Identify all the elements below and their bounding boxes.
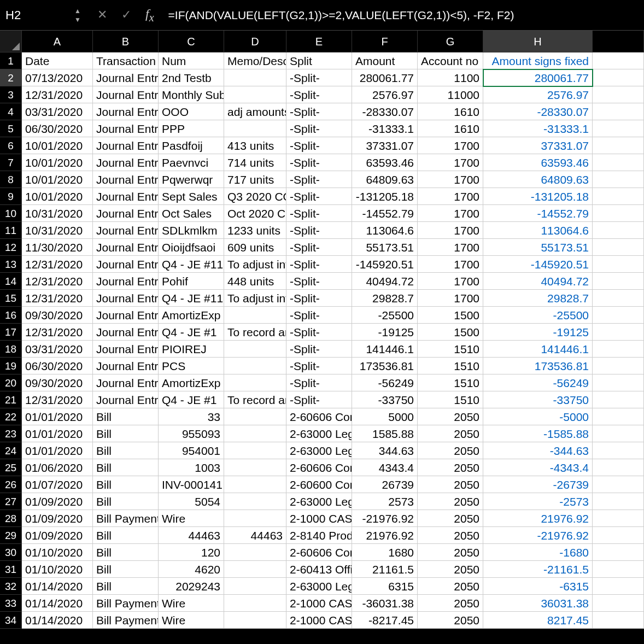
- cell-A9[interactable]: 10/01/2020: [22, 188, 93, 205]
- cell-B19[interactable]: Journal Entry: [93, 358, 159, 374]
- cell-C6[interactable]: Pasdfoij: [159, 137, 224, 154]
- cell-E10[interactable]: -Split-: [286, 205, 352, 222]
- cell-H13[interactable]: -145920.51: [483, 256, 593, 273]
- col-header-D[interactable]: D: [224, 31, 286, 52]
- row-header-20[interactable]: 20: [0, 374, 22, 391]
- fx-icon[interactable]: fx: [145, 7, 154, 24]
- cell-D27[interactable]: [224, 493, 286, 510]
- cell-G28[interactable]: 2050: [418, 510, 483, 527]
- cell-E8[interactable]: -Split-: [286, 171, 352, 188]
- cell-E5[interactable]: -Split-: [286, 120, 352, 137]
- cell-G19[interactable]: 1510: [418, 358, 483, 374]
- cell-E4[interactable]: -Split-: [286, 103, 352, 120]
- cell-F30[interactable]: 1680: [352, 544, 418, 561]
- cell-A14[interactable]: 12/31/2020: [22, 273, 93, 290]
- cell-tail-33[interactable]: [593, 595, 644, 612]
- cell-G9[interactable]: 1700: [418, 188, 483, 205]
- cell-tail-26[interactable]: [593, 476, 644, 493]
- cell-C33[interactable]: Wire: [159, 595, 224, 612]
- cell-H30[interactable]: -1680: [483, 544, 593, 561]
- cell-E16[interactable]: -Split-: [286, 307, 352, 324]
- name-box-stepper[interactable]: ▲ ▼: [74, 7, 81, 24]
- cell-H4[interactable]: -28330.07: [483, 103, 593, 120]
- cell-B26[interactable]: Bill: [93, 476, 159, 493]
- cell-C28[interactable]: Wire: [159, 510, 224, 527]
- cell-F25[interactable]: 4343.4: [352, 459, 418, 476]
- cell-D22[interactable]: [224, 408, 286, 425]
- cell-C11[interactable]: SDLkmlkm: [159, 222, 224, 239]
- row-header-29[interactable]: 29: [0, 527, 22, 544]
- select-all-corner[interactable]: [0, 31, 22, 52]
- cell-G30[interactable]: 2050: [418, 544, 483, 561]
- cell-A19[interactable]: 06/30/2020: [22, 358, 93, 374]
- cell-G2[interactable]: 1100: [418, 69, 483, 86]
- cell-B25[interactable]: Bill: [93, 459, 159, 476]
- cell-E26[interactable]: 2-60600 Cons: [286, 476, 352, 493]
- cell-A5[interactable]: 06/30/2020: [22, 120, 93, 137]
- cell-F7[interactable]: 63593.46: [352, 154, 418, 171]
- cell-A25[interactable]: 01/06/2020: [22, 459, 93, 476]
- col-header-A[interactable]: A: [22, 31, 93, 52]
- cell-F11[interactable]: 113064.6: [352, 222, 418, 239]
- cell-D18[interactable]: [224, 341, 286, 358]
- row-header-7[interactable]: 7: [0, 154, 22, 171]
- cell-B31[interactable]: Bill: [93, 561, 159, 578]
- cell-A20[interactable]: 09/30/2020: [22, 374, 93, 391]
- cell-C9[interactable]: Sept Sales: [159, 188, 224, 205]
- cell-F17[interactable]: -19125: [352, 324, 418, 341]
- cell-F16[interactable]: -25500: [352, 307, 418, 324]
- cell-F34[interactable]: -8217.45: [352, 612, 418, 629]
- cell-D29[interactable]: 44463: [224, 527, 286, 544]
- cell-C34[interactable]: Wire: [159, 612, 224, 629]
- cell-tail-28[interactable]: [593, 510, 644, 527]
- cell-F2[interactable]: 280061.77: [352, 69, 418, 86]
- cell-F15[interactable]: 29828.7: [352, 290, 418, 307]
- cell-tail-6[interactable]: [593, 137, 644, 154]
- cell-D19[interactable]: [224, 358, 286, 374]
- cell-A30[interactable]: 01/10/2020: [22, 544, 93, 561]
- cell-G6[interactable]: 1700: [418, 137, 483, 154]
- cell-G20[interactable]: 1510: [418, 374, 483, 391]
- cell-tail-11[interactable]: [593, 222, 644, 239]
- cell-C13[interactable]: Q4 - JE #11: [159, 256, 224, 273]
- cell-D17[interactable]: To record am: [224, 324, 286, 341]
- cell-H16[interactable]: -25500: [483, 307, 593, 324]
- col-header-E[interactable]: E: [286, 31, 352, 52]
- cell-E30[interactable]: 2-60606 Con: [286, 544, 352, 561]
- cell-tail-12[interactable]: [593, 239, 644, 256]
- cell-H15[interactable]: 29828.7: [483, 290, 593, 307]
- cell-A32[interactable]: 01/14/2020: [22, 578, 93, 595]
- cell-C18[interactable]: PIOIREJ: [159, 341, 224, 358]
- cell-F29[interactable]: 21976.92: [352, 527, 418, 544]
- cell-H31[interactable]: -21161.5: [483, 561, 593, 578]
- row-header-2[interactable]: 2: [0, 69, 22, 86]
- cell-D28[interactable]: [224, 510, 286, 527]
- row-header-14[interactable]: 14: [0, 273, 22, 290]
- cell-F22[interactable]: 5000: [352, 408, 418, 425]
- cell-A23[interactable]: 01/01/2020: [22, 425, 93, 442]
- cell-tail-27[interactable]: [593, 493, 644, 510]
- cell-A8[interactable]: 10/01/2020: [22, 171, 93, 188]
- cell-tail-20[interactable]: [593, 374, 644, 391]
- cell-E13[interactable]: -Split-: [286, 256, 352, 273]
- cell-A33[interactable]: 01/14/2020: [22, 595, 93, 612]
- cell-H21[interactable]: -33750: [483, 391, 593, 408]
- cell-B6[interactable]: Journal Entry: [93, 137, 159, 154]
- cell-E7[interactable]: -Split-: [286, 154, 352, 171]
- cell-C12[interactable]: Oioijdfsaoi: [159, 239, 224, 256]
- cell-D12[interactable]: 609 units: [224, 239, 286, 256]
- cell-C27[interactable]: 5054: [159, 493, 224, 510]
- cell-E32[interactable]: 2-63000 Lega: [286, 578, 352, 595]
- cell-G1[interactable]: Account no: [418, 52, 483, 69]
- col-header-G[interactable]: G: [418, 31, 483, 52]
- cell-E9[interactable]: -Split-: [286, 188, 352, 205]
- col-header-B[interactable]: B: [93, 31, 159, 52]
- cell-H25[interactable]: -4343.4: [483, 459, 593, 476]
- cell-C17[interactable]: Q4 - JE #1: [159, 324, 224, 341]
- cell-F9[interactable]: -131205.18: [352, 188, 418, 205]
- cell-D8[interactable]: 717 units: [224, 171, 286, 188]
- cell-D4[interactable]: adj amounts: [224, 103, 286, 120]
- cell-B2[interactable]: Journal Entry: [93, 69, 159, 86]
- row-header-24[interactable]: 24: [0, 442, 22, 459]
- cell-H20[interactable]: -56249: [483, 374, 593, 391]
